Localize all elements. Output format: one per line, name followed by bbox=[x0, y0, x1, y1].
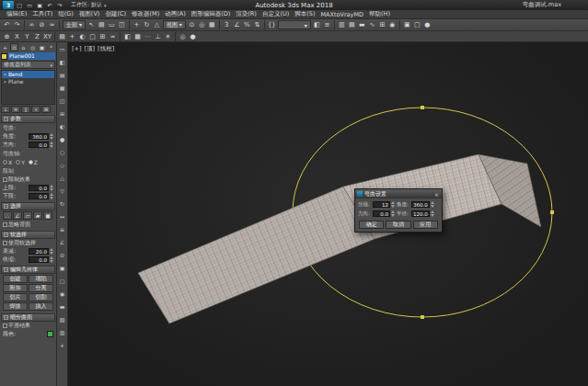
walk-through-icon[interactable]: ↔ bbox=[58, 211, 67, 221]
spinner-arrows[interactable] bbox=[50, 193, 53, 199]
menu-item[interactable]: 脚本(S) bbox=[292, 10, 317, 18]
select-by-name-icon[interactable]: ▤ bbox=[97, 20, 107, 30]
rollout-selection[interactable]: −选择 bbox=[1, 202, 55, 210]
curve-editor-icon[interactable]: ∿ bbox=[367, 20, 377, 30]
edge-mode-icon[interactable]: ∠ bbox=[13, 211, 22, 220]
menu-item[interactable]: 创建(C) bbox=[102, 10, 129, 18]
mirror-icon[interactable]: ◧ bbox=[312, 20, 322, 30]
menu-item[interactable]: 工具(T) bbox=[29, 10, 55, 18]
polygon-mode-icon[interactable]: ▰ bbox=[33, 211, 42, 220]
menu-item[interactable]: 渲染(R) bbox=[233, 10, 259, 18]
new-scene-icon[interactable]: □ bbox=[15, 1, 24, 9]
schematic-view-icon[interactable]: ⊞ bbox=[377, 20, 387, 30]
select-manipulate-icon[interactable]: ◎ bbox=[197, 20, 207, 30]
layout-b-icon[interactable]: ∠ bbox=[58, 237, 67, 246]
menu-item[interactable]: 图形编辑器(D) bbox=[189, 10, 234, 18]
orbit-icon[interactable]: ◫ bbox=[58, 96, 67, 105]
rollout-subdivision[interactable]: −细分曲面 bbox=[1, 313, 55, 322]
modifier-stack-row[interactable]: •Bend bbox=[2, 71, 54, 78]
lock-selection-icon[interactable]: ● bbox=[188, 31, 198, 41]
camera-select-icon[interactable]: ◉ bbox=[58, 289, 67, 298]
apply-button[interactable]: 应用 bbox=[413, 221, 438, 229]
percent-snap-icon[interactable]: % bbox=[242, 20, 252, 30]
element-mode-icon[interactable]: ◼ bbox=[43, 211, 52, 220]
create-layer-icon[interactable]: + bbox=[67, 31, 77, 41]
spinner-arrows[interactable] bbox=[50, 256, 53, 263]
viewport-layout-icon[interactable]: ▭ bbox=[58, 44, 67, 53]
light-select-icon[interactable]: ▬ bbox=[58, 301, 67, 311]
menu-item[interactable]: 帮助(H) bbox=[366, 10, 393, 18]
spinner-arrows[interactable] bbox=[391, 210, 395, 217]
dialog-field-value[interactable]: 0.0 bbox=[373, 210, 390, 217]
select-rotate-icon[interactable]: ↻ bbox=[142, 20, 152, 30]
direction-field[interactable]: 0.0 bbox=[29, 142, 49, 148]
space-warps-icon[interactable]: ≈ bbox=[108, 31, 118, 41]
dialog-field-value[interactable]: 360.0 bbox=[411, 201, 430, 208]
border-mode-icon[interactable]: ▱ bbox=[23, 211, 32, 220]
axis-y-radio[interactable]: Y bbox=[16, 159, 25, 165]
spinner-arrows[interactable] bbox=[50, 248, 53, 255]
normal-align-icon[interactable]: ⊥ bbox=[153, 31, 163, 41]
unlink-icon[interactable]: ⊘ bbox=[37, 20, 47, 30]
place-highlight-icon[interactable]: ☀ bbox=[163, 31, 173, 41]
pinch-field[interactable]: 0.0 bbox=[29, 256, 49, 263]
rendered-frame-icon[interactable]: ▢ bbox=[412, 20, 422, 30]
undo-icon[interactable]: ↶ bbox=[45, 1, 54, 9]
viewport-pov-menu[interactable]: [顶] bbox=[85, 45, 96, 53]
pan-view-icon[interactable]: ▤ bbox=[58, 70, 67, 79]
toolbar-separator[interactable] bbox=[334, 20, 335, 29]
xview-icon[interactable]: △ bbox=[58, 173, 67, 182]
camera-view-icon[interactable]: ▢ bbox=[87, 31, 98, 41]
visibility-bulb-icon[interactable]: • bbox=[4, 78, 6, 85]
pin-stack-icon[interactable]: ↓ bbox=[1, 106, 10, 113]
make-unique-icon[interactable]: ∥ bbox=[21, 106, 30, 113]
spinner-arrows[interactable] bbox=[431, 201, 434, 208]
spinner-arrows[interactable] bbox=[431, 210, 434, 217]
toolbar-separator[interactable] bbox=[264, 20, 265, 29]
tab-hierarchy[interactable]: ⌂ bbox=[19, 43, 28, 51]
dialog-titlebar[interactable]: 弯曲设置 × bbox=[355, 189, 442, 199]
open-file-icon[interactable]: ▭ bbox=[25, 1, 34, 9]
toolbar-separator[interactable] bbox=[175, 32, 176, 41]
ribbon-toggle-icon[interactable]: ▬ bbox=[357, 20, 367, 30]
layer-manager-icon[interactable]: ▤ bbox=[347, 20, 357, 30]
edit-geometry-button[interactable]: 分离 bbox=[29, 284, 53, 292]
menu-item[interactable]: 编辑(E) bbox=[4, 10, 29, 18]
menu-item[interactable]: 视图(V) bbox=[76, 10, 103, 18]
toolbar-separator[interactable] bbox=[120, 32, 121, 41]
lower-limit-field[interactable]: 0.0 bbox=[29, 193, 49, 199]
mirror-tool-icon[interactable]: ◧ bbox=[122, 31, 133, 41]
edit-geometry-button[interactable]: 切割 bbox=[29, 293, 53, 301]
close-icon[interactable]: × bbox=[433, 191, 440, 198]
angle-snap-icon[interactable]: ∠ bbox=[232, 20, 242, 30]
menu-item[interactable]: 修改器(M) bbox=[129, 10, 162, 18]
render-setup-icon[interactable]: ▣ bbox=[402, 20, 412, 30]
material-editor-icon[interactable]: ◉ bbox=[387, 20, 398, 30]
smooth-result-checkbox[interactable]: 平滑结果 bbox=[3, 322, 30, 330]
menu-item[interactable]: MAXtoVrayMD bbox=[317, 11, 366, 18]
ref-coord-dropdown[interactable]: 视图 ▾ bbox=[163, 20, 186, 29]
viewport-shading-menu[interactable]: [线框] bbox=[98, 45, 114, 53]
pivot-view-icon[interactable]: ⊙ bbox=[58, 250, 67, 259]
keyboard-override-icon[interactable]: ▦ bbox=[207, 20, 217, 30]
edit-geometry-button[interactable]: 创建 bbox=[3, 275, 28, 283]
tab-modify[interactable]: ∩ bbox=[10, 43, 18, 51]
dialog-field-value[interactable]: 120.0 bbox=[411, 210, 430, 217]
render-production-icon[interactable]: ● bbox=[422, 20, 432, 30]
menu-item[interactable]: 自定义(U) bbox=[259, 10, 292, 18]
rollout-edit-geometry[interactable]: −编辑几何体 bbox=[1, 266, 55, 274]
menu-item[interactable]: 动画(A) bbox=[162, 10, 189, 18]
workspace-dropdown[interactable]: 工作区: 默认▾ bbox=[69, 1, 108, 9]
spline-vertex-handle[interactable] bbox=[421, 315, 424, 319]
spinner-arrows[interactable] bbox=[50, 133, 53, 140]
named-sets-edit-icon[interactable]: {} bbox=[267, 20, 277, 30]
layers-icon[interactable]: ▤ bbox=[57, 31, 67, 41]
snap-toggle-icon[interactable]: 3 bbox=[222, 20, 232, 30]
toolbar-separator[interactable] bbox=[399, 20, 400, 29]
select-place-icon[interactable]: ⊕ bbox=[2, 31, 12, 41]
spinner-arrows[interactable] bbox=[50, 142, 53, 148]
use-pivot-icon[interactable]: ⊙ bbox=[187, 20, 197, 30]
plane-object-segment-left[interactable] bbox=[138, 187, 375, 324]
named-sets-dropdown[interactable]: ▾ bbox=[278, 20, 311, 29]
tab-motion[interactable]: ◎ bbox=[29, 43, 37, 51]
